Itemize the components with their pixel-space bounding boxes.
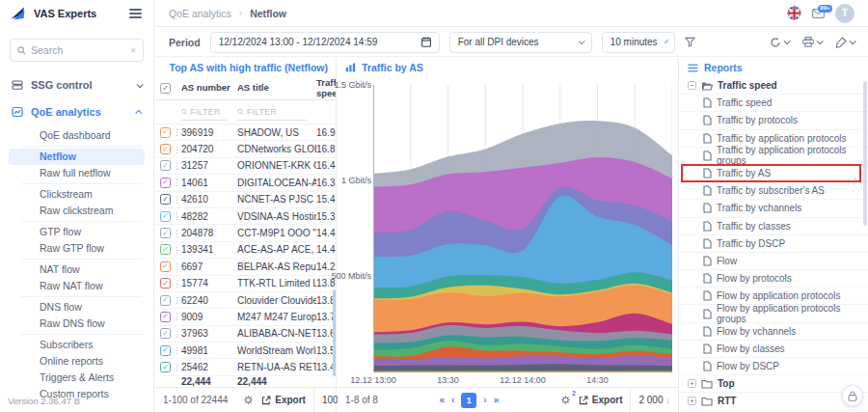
table-scrollbar[interactable] [333, 289, 336, 376]
reports-scrollbar[interactable] [863, 81, 867, 226]
uk-flag-language-icon[interactable] [787, 6, 801, 20]
drag-handle-icon[interactable]: ⋮ [173, 229, 181, 238]
table-row[interactable]: ✓ ⋮ 396919 SHADOW, US 16.9 [155, 124, 336, 141]
sidebar-item-nat-flow[interactable]: NAT flow [9, 261, 145, 278]
row-checkbox[interactable]: ✓ [160, 244, 171, 255]
sidebar-item-subscribers[interactable]: Subscribers [9, 337, 145, 353]
sidebar-item-raw-clickstream[interactable]: Raw clickstream [9, 203, 145, 219]
report-tree-item-traffic-speed[interactable]: Traffic speed [680, 95, 868, 112]
search-input[interactable] [31, 44, 125, 56]
lock-floating-button[interactable] [842, 385, 863, 406]
column-header-as-title[interactable]: AS title [237, 83, 316, 93]
table-row[interactable]: ✓ ⋮ 15774 TTK-RTL Limited Liabili 13.8 [155, 276, 336, 292]
table-row[interactable]: ✓ ⋮ 139341 ACE-AS-AP ACE, SG 14.4 [155, 242, 336, 259]
drag-handle-icon[interactable]: ⋮ [173, 127, 181, 137]
chart-page-size-select[interactable]: 2 000 ↓ [630, 388, 670, 412]
report-tree-item-flow-by-protocols[interactable]: Flow by protocols [680, 270, 868, 288]
clear-search-icon[interactable]: × [130, 45, 136, 56]
table-row[interactable]: ✓ ⋮ 42610 NCNET-AS PJSC Roste 15.4 [155, 192, 336, 208]
report-tree-item-traffic-by-as[interactable]: Traffic by AS [680, 165, 868, 182]
as-title-filter[interactable] [237, 104, 307, 121]
report-tree-item-traffic-by-protocols[interactable]: Traffic by protocols [680, 112, 868, 129]
tree-expander[interactable]: + [688, 397, 696, 405]
drag-handle-icon[interactable]: ⋮ [173, 329, 181, 339]
current-page-button[interactable]: 1 [461, 393, 476, 408]
table-row[interactable]: ✓ ⋮ 25462 RETN-UA-AS RETN Limi 13.4 [155, 359, 336, 375]
style-button[interactable] [835, 37, 854, 48]
prev-page-button[interactable]: ‹ [451, 395, 454, 405]
report-tree-item-traffic-by-subscriber-s-as[interactable]: Traffic by subscriber's AS [680, 182, 868, 200]
refresh-button[interactable] [770, 37, 789, 48]
table-row[interactable]: ✓ ⋮ 9009 M247 M247 Europe SRL 13.7 [155, 309, 336, 325]
table-row[interactable]: ✓ ⋮ 62240 Clouvider Clouvider Lir 13.8 [155, 292, 336, 309]
sidebar-item-clickstream[interactable]: Clickstream [9, 186, 145, 203]
notifications-button[interactable]: 99+ [812, 9, 825, 18]
row-checkbox[interactable]: ✓ [160, 228, 171, 238]
row-checkbox[interactable]: ✓ [160, 295, 171, 306]
chart-settings-button[interactable]: 2 [560, 395, 571, 405]
drag-handle-icon[interactable]: ⋮ [173, 345, 181, 355]
table-row[interactable]: ✓ ⋮ 31257 ORIONNET-KRK Orion T 16.4 [155, 158, 336, 175]
report-tree-item-traffic-by-vchannels[interactable]: Traffic by vchannels [680, 200, 868, 217]
report-tree-item-traffic-speed[interactable]: − Traffic speed [680, 77, 868, 95]
column-header-as-number[interactable]: AS number [181, 83, 237, 93]
report-tree-item-traffic-by-classes[interactable]: Traffic by classes [680, 218, 868, 235]
sidebar-group-ssg-control[interactable]: SSG control [0, 71, 153, 98]
row-checkbox[interactable]: ✓ [160, 261, 171, 272]
avatar[interactable]: T [835, 4, 854, 23]
table-row[interactable]: ✓ ⋮ 204720 CDNetworks GLOBAL ( 16.8 [155, 141, 336, 157]
table-settings-button[interactable] [243, 395, 254, 405]
report-tree-item-flow-by-application-protocols-groups[interactable]: Flow by application protocols groups [680, 305, 868, 322]
sidebar-item-raw-full-netflow[interactable]: Raw full netflow [9, 165, 145, 181]
sidebar-item-triggers-alerts[interactable]: Triggers & Alerts [9, 370, 145, 386]
print-button[interactable] [802, 37, 822, 47]
sidebar-item-online-reports[interactable]: Online reports [9, 353, 145, 370]
row-checkbox[interactable]: ✓ [160, 127, 171, 138]
row-checkbox[interactable]: ✓ [160, 362, 171, 372]
dpi-devices-select[interactable]: For all DPI devices [449, 32, 592, 53]
row-checkbox[interactable]: ✓ [160, 328, 171, 339]
report-tree-item-top[interactable]: + Top [680, 375, 868, 393]
row-checkbox[interactable]: ✓ [160, 211, 171, 222]
tree-expander[interactable]: + [688, 379, 696, 388]
table-row[interactable]: ✓ ⋮ 14061 DIGITALOCEAN-ASN, U 16.3 [155, 175, 336, 191]
sidebar-item-netflow[interactable]: Netflow [9, 149, 145, 165]
report-tree-item-flow-by-vchannels[interactable]: Flow by vchannels [680, 323, 868, 341]
drag-handle-icon[interactable]: ⋮ [173, 245, 181, 255]
row-checkbox[interactable]: ✓ [160, 278, 171, 288]
as-number-filter[interactable] [181, 104, 228, 121]
sidebar-item-raw-gtp-flow[interactable]: Raw GTP flow [9, 240, 145, 257]
select-all-checkbox[interactable]: ✓ [160, 83, 171, 94]
report-tree-item-flow[interactable]: Flow [680, 253, 868, 270]
breadcrumb-parent[interactable]: QoE analytics [169, 8, 231, 19]
sidebar-item-qoe-dashboard[interactable]: QoE dashboard [9, 127, 145, 144]
drag-handle-icon[interactable]: ⋮ [173, 195, 181, 205]
drag-handle-icon[interactable]: ⋮ [173, 145, 181, 154]
drag-handle-icon[interactable]: ⋮ [173, 312, 181, 321]
report-tree-item-rtt[interactable]: + RTT [680, 393, 868, 410]
table-export-button[interactable]: Export [261, 395, 306, 405]
interval-select[interactable]: 10 minutes [602, 32, 675, 53]
first-page-button[interactable]: « [439, 395, 445, 405]
as-number-filter-input[interactable] [190, 107, 228, 117]
tree-expander[interactable]: − [688, 81, 696, 90]
report-tree-item-flow-by-dscp[interactable]: Flow by DSCP [680, 358, 868, 375]
drag-handle-icon[interactable]: ⋮ [173, 363, 181, 372]
report-tree-item-traffic-by-dscp[interactable]: Traffic by DSCP [680, 235, 868, 253]
sidebar-group-qoe-analytics[interactable]: QoE analytics [0, 98, 153, 125]
row-checkbox[interactable]: ✓ [160, 194, 171, 205]
row-checkbox[interactable]: ✓ [160, 144, 171, 154]
drag-handle-icon[interactable]: ⋮ [173, 295, 181, 305]
table-row[interactable]: ✓ ⋮ 204878 CCT-M9P1 OOO "Sovre 14.4 [155, 225, 336, 241]
hamburger-menu-icon[interactable] [127, 7, 144, 20]
row-checkbox[interactable]: ✓ [160, 160, 171, 171]
last-page-button[interactable]: » [494, 395, 500, 405]
period-range-input[interactable]: 12/12/2024 13:00 - 12/12/2024 14:59 [210, 32, 440, 53]
next-page-button[interactable]: › [483, 395, 486, 405]
report-tree-item-traffic-by-application-protocols-groups[interactable]: Traffic by application protocols groups [680, 148, 868, 165]
sidebar-search[interactable]: × [10, 39, 144, 62]
table-row[interactable]: ✓ ⋮ 48282 VDSINA-AS Hosting te 15.3 [155, 208, 336, 225]
sidebar-item-dns-flow[interactable]: DNS flow [9, 299, 145, 316]
drag-handle-icon[interactable]: ⋮ [173, 261, 181, 271]
as-title-filter-input[interactable] [247, 107, 307, 117]
